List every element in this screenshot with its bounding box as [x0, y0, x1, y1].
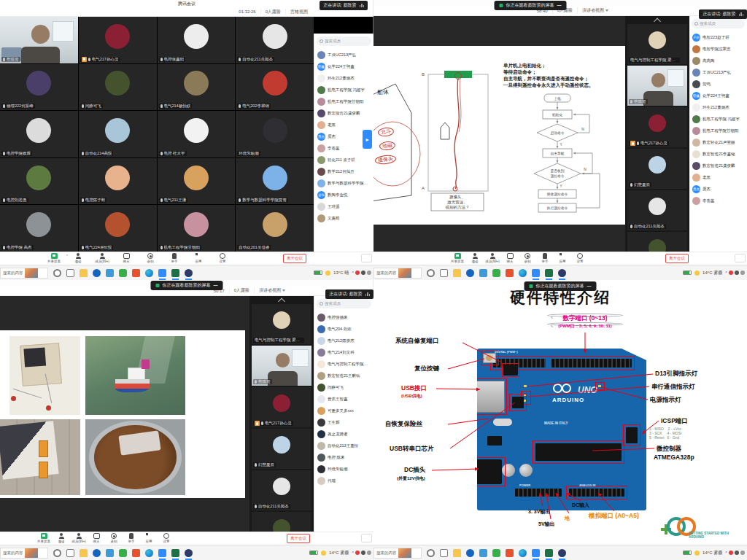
member-row[interactable]: 机电工程学院 冯超宇 [689, 113, 747, 125]
excel-icon[interactable] [545, 549, 553, 557]
watching-screen-pill[interactable]: 你正在观看蔡陈贤的屏幕 [525, 281, 597, 291]
filmstrip-tile[interactable]: 幻慧星辰 [627, 149, 687, 189]
pinned-app-icon[interactable] [185, 269, 193, 277]
toolbar-button[interactable]: 成员(99+) [93, 253, 111, 263]
edge-icon[interactable] [145, 269, 153, 277]
tencent-meeting-icon[interactable] [158, 269, 166, 277]
member-row[interactable]: 明鑫 化学224王明鑫 [689, 90, 747, 101]
next-page-button[interactable]: ▸ [363, 130, 372, 149]
toolbar-button[interactable]: 聊天 [503, 253, 517, 263]
task-view-icon[interactable] [440, 269, 448, 277]
battery-icon[interactable] [314, 271, 322, 275]
filmstrip-tile[interactable]: 幻慧星辰 [252, 429, 311, 469]
participant-tile[interactable]: 电气211王谦 [158, 158, 236, 205]
system-tray[interactable]: ^ [352, 271, 371, 275]
scroll-up-icon[interactable] [279, 297, 285, 302]
cortana-icon[interactable] [427, 269, 435, 277]
member-row[interactable]: 数宏轻化21卢慧丽 [689, 136, 747, 148]
member-row[interactable]: 数学212何灿丹 [314, 166, 374, 177]
participant-tile[interactable]: 环境朱盼潮 [236, 111, 314, 158]
participant-tile[interactable]: 问静可飞 [79, 64, 157, 111]
clock-app-icon[interactable] [466, 269, 474, 277]
filmstrip-tile[interactable]: 电气与控制工程学院 梁远东 [252, 304, 311, 344]
toolbar-button[interactable]: 应用 [142, 533, 156, 543]
toolbar-button[interactable]: 共享屏幕 [45, 253, 63, 263]
toolbar-button[interactable]: 共享屏幕 [450, 253, 465, 263]
filmstrip-tile[interactable]: 蔡陈贤 [627, 66, 687, 106]
taskbar-search[interactable]: 搜索的内容 [0, 548, 48, 559]
office-icon[interactable] [506, 269, 514, 277]
member-search-input[interactable]: 搜索成员 [317, 36, 371, 46]
collapse-icon[interactable] [587, 286, 592, 287]
member-row[interactable]: 工设UC213严弘 [314, 49, 374, 61]
member-row[interactable]: 机电工程学院 冯超宇 [314, 84, 374, 96]
tencent-meeting-icon[interactable] [532, 269, 540, 277]
cortana-icon[interactable] [53, 269, 61, 277]
member-row[interactable]: 可爱多又多xxx [314, 405, 374, 416]
member-search-input[interactable]: 搜索成员 [692, 19, 745, 28]
member-row[interactable]: 贺鸣 [689, 78, 747, 90]
member-row[interactable]: 代瑞 [314, 475, 374, 486]
view-mode-button[interactable]: 演讲者视图 [577, 7, 613, 14]
member-row[interactable]: 电控 陈果 [314, 451, 374, 463]
participant-tile[interactable]: 电控学院 高杰 [0, 205, 78, 252]
toolbar-button[interactable]: 设置 [214, 253, 231, 263]
participant-tile[interactable]: 物理222何振峰 [0, 64, 78, 111]
weather-temp[interactable]: 14°C 雾霾 [703, 550, 722, 556]
member-row[interactable]: 李香蕊 [689, 195, 747, 206]
office-icon[interactable] [506, 549, 514, 557]
member-row[interactable]: 环生212董炳杰 [689, 101, 747, 113]
member-row[interactable]: 高高陶 [689, 55, 747, 66]
wechat-icon[interactable] [492, 269, 500, 277]
participant-tile[interactable]: 电控陈子毅 [79, 158, 157, 205]
toolbar-button[interactable]: 应用 [190, 253, 207, 263]
member-row[interactable]: 炎之龙骑者 [314, 428, 374, 440]
mail-icon[interactable] [106, 549, 114, 557]
leave-meeting-button[interactable]: 离开会议 [665, 254, 689, 263]
taskbar-search[interactable]: 搜索的内容 [374, 268, 422, 279]
toolbar-button[interactable]: 邀请 [468, 253, 482, 263]
member-row[interactable]: 电气与控制工程学院陈晓 [314, 358, 374, 370]
toolbar-button[interactable]: 设置 [573, 253, 587, 263]
member-row[interactable]: 数宏智造21康俊麟 [689, 160, 747, 171]
filmstrip-tile[interactable]: 蔡陈贤 [252, 346, 311, 386]
member-row[interactable]: 工设UC213严弘 [689, 66, 747, 78]
filmstrip-tile[interactable]: 自动化211吴闻圣 [252, 470, 311, 510]
cortana-icon[interactable] [427, 549, 435, 557]
wechat-icon[interactable] [492, 549, 500, 557]
toolbar-button[interactable]: 成员(99+) [71, 533, 86, 543]
member-row[interactable]: 电控张德果 [314, 311, 374, 323]
weather-temp[interactable]: 14°C 雾霾 [329, 550, 349, 556]
pinned-app-icon[interactable] [185, 549, 193, 557]
member-row[interactable]: 文惠根 [314, 212, 374, 224]
member-row[interactable]: 电气204-刘欢 [314, 323, 374, 335]
wechat-icon[interactable] [119, 549, 127, 557]
system-tray[interactable]: ^ [725, 271, 745, 275]
collapse-icon[interactable] [557, 5, 562, 6]
weather-icon[interactable] [694, 551, 700, 556]
participant-tile[interactable]: 机电工程学院甘朝阳 [158, 205, 236, 252]
excel-icon[interactable] [545, 269, 553, 277]
member-row[interactable]: 金悦 数陶李金悦 [314, 189, 374, 201]
leave-meeting-button[interactable]: 离开会议 [283, 254, 306, 263]
toolbar-button[interactable]: 聊天 [89, 533, 104, 543]
member-row[interactable]: 数宏智造21王麒镔 [314, 370, 374, 381]
participant-tile[interactable]: 电气202李林锦 [236, 64, 314, 111]
office-icon[interactable] [132, 549, 140, 557]
participant-tile[interactable]: 电控学院聂辉 [0, 111, 78, 158]
weather-temp[interactable]: 13°C 晴 [333, 270, 349, 276]
filmstrip-tile[interactable]: 电气217孙心灵 [252, 387, 311, 427]
office-icon[interactable] [132, 269, 140, 277]
member-row[interactable]: 问静可飞 [314, 381, 374, 393]
clock-app-icon[interactable] [93, 549, 101, 557]
toolbar-button[interactable]: 邀请 [54, 533, 69, 543]
member-row[interactable]: 机电工程学院甘朝阳 [314, 96, 374, 107]
member-row[interactable]: 老黑 [314, 119, 374, 131]
view-mode-button[interactable]: 宫格视图 [285, 9, 312, 15]
tencent-meeting-icon[interactable] [158, 549, 166, 557]
member-row[interactable]: 数学与数据科学学院贾雪 [314, 177, 374, 189]
toolbar-button[interactable]: 录制 [520, 253, 535, 263]
member-search-input[interactable]: 搜索成员 [317, 299, 371, 308]
leave-meeting-button[interactable]: 离开会议 [287, 534, 310, 543]
panel-footer-button[interactable] [361, 534, 372, 542]
